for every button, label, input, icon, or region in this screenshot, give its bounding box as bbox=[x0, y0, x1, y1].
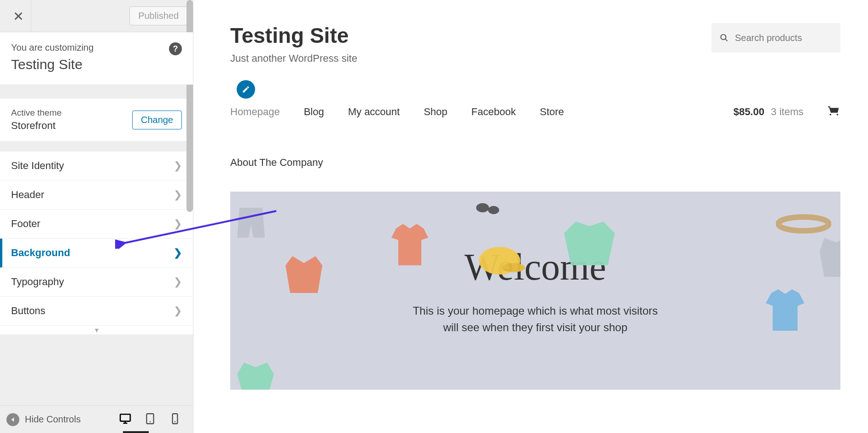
cap-icon bbox=[474, 242, 525, 281]
panel-list: Site Identity ❯ Header ❯ Footer ❯ Backgr… bbox=[0, 152, 193, 326]
primary-nav: Homepage Blog My account Shop Facebook S… bbox=[203, 99, 868, 138]
chevron-right-icon: ❯ bbox=[174, 276, 182, 288]
panel-more-indicator: ▾ bbox=[0, 326, 193, 335]
shorts-icon bbox=[235, 205, 267, 244]
jacket-icon bbox=[281, 252, 327, 299]
desktop-preview-button[interactable] bbox=[119, 413, 131, 427]
site-preview: Testing Site Just another WordPress site… bbox=[203, 0, 868, 433]
site-title[interactable]: Testing Site bbox=[230, 23, 357, 48]
tablet-icon bbox=[144, 413, 156, 425]
svg-rect-3 bbox=[120, 414, 130, 421]
cart-icon-button[interactable] bbox=[827, 104, 840, 120]
mobile-icon bbox=[169, 413, 181, 425]
site-header: Testing Site Just another WordPress site bbox=[203, 0, 868, 64]
hero-section: Welcome This is your homepage which is w… bbox=[230, 192, 840, 390]
chevron-right-icon: ❯ bbox=[174, 160, 182, 172]
hide-controls-label: Hide Controls bbox=[25, 414, 81, 425]
customizing-header: You are customizing Testing Site ? bbox=[0, 32, 193, 85]
nav-store[interactable]: Store bbox=[540, 106, 564, 118]
active-theme-name: Storefront bbox=[11, 120, 62, 132]
polo-icon bbox=[762, 288, 808, 336]
svg-line-11 bbox=[725, 39, 728, 41]
search-box[interactable] bbox=[711, 23, 840, 53]
chevron-right-icon: ❯ bbox=[174, 247, 182, 259]
svg-point-13 bbox=[488, 206, 499, 214]
panel-header[interactable]: Header ❯ bbox=[0, 181, 193, 210]
panel-background[interactable]: Background ❯ bbox=[0, 239, 193, 268]
tablet-preview-button[interactable] bbox=[144, 413, 156, 427]
svg-marker-2 bbox=[11, 417, 14, 422]
customizing-label: You are customizing bbox=[11, 42, 182, 53]
shirt-icon bbox=[235, 360, 276, 390]
active-theme-block: Active theme Storefront Change bbox=[0, 99, 193, 141]
device-preview-toggles bbox=[119, 413, 181, 427]
svg-point-17 bbox=[778, 217, 829, 231]
scrollbar[interactable] bbox=[186, 0, 193, 212]
nav-homepage[interactable]: Homepage bbox=[230, 106, 280, 118]
search-input[interactable] bbox=[735, 33, 832, 43]
collapse-icon bbox=[6, 413, 19, 426]
pencil-icon bbox=[242, 85, 250, 94]
search-icon bbox=[720, 33, 728, 43]
basket-icon bbox=[827, 104, 840, 117]
close-button[interactable] bbox=[6, 0, 31, 32]
chevron-right-icon: ❯ bbox=[174, 189, 182, 201]
panel-label: Typography bbox=[11, 276, 64, 288]
nav-facebook[interactable]: Facebook bbox=[472, 106, 516, 118]
sidebar-top-bar: Published bbox=[0, 0, 193, 32]
desktop-icon bbox=[119, 413, 131, 425]
nav-blog[interactable]: Blog bbox=[304, 106, 324, 118]
customizer-sidebar: Published You are customizing Testing Si… bbox=[0, 0, 193, 433]
active-theme-label: Active theme bbox=[11, 108, 62, 118]
help-icon[interactable]: ? bbox=[169, 42, 182, 55]
cart-total: $85.00 bbox=[734, 106, 764, 117]
hoodie-icon bbox=[817, 233, 840, 281]
hero-text: This is your homepage which is what most… bbox=[413, 303, 658, 336]
svg-marker-14 bbox=[237, 208, 265, 238]
panel-label: Site Identity bbox=[11, 160, 64, 172]
tshirt-icon bbox=[387, 224, 433, 272]
publish-button[interactable]: Published bbox=[129, 6, 187, 25]
edit-shortcut-button[interactable] bbox=[237, 80, 255, 99]
nav-shop[interactable]: Shop bbox=[424, 106, 447, 118]
chevron-right-icon: ❯ bbox=[174, 218, 182, 230]
nav-about[interactable]: About The Company bbox=[203, 138, 868, 192]
close-icon bbox=[13, 11, 23, 21]
sweater-icon bbox=[562, 219, 617, 272]
panel-label: Footer bbox=[11, 218, 41, 230]
cart-link[interactable]: $85.00 3 items bbox=[734, 106, 804, 118]
panel-site-identity[interactable]: Site Identity ❯ bbox=[0, 152, 193, 181]
nav-my-account[interactable]: My account bbox=[348, 106, 400, 118]
site-tagline: Just another WordPress site bbox=[230, 53, 357, 64]
sunglasses-icon bbox=[474, 196, 502, 221]
panel-footer[interactable]: Footer ❯ bbox=[0, 210, 193, 239]
panel-label: Header bbox=[11, 189, 44, 201]
svg-point-16 bbox=[502, 263, 525, 272]
sidebar-bottom-bar: Hide Controls bbox=[0, 405, 193, 433]
cart-item-count: 3 items bbox=[771, 106, 804, 117]
change-theme-button[interactable]: Change bbox=[132, 111, 182, 129]
panel-buttons[interactable]: Buttons ❯ bbox=[0, 297, 193, 326]
customizing-site-name: Testing Site bbox=[11, 57, 182, 72]
panel-label: Buttons bbox=[11, 305, 46, 317]
chevron-right-icon: ❯ bbox=[174, 305, 182, 317]
hide-controls-button[interactable]: Hide Controls bbox=[6, 413, 112, 426]
svg-point-10 bbox=[721, 35, 726, 40]
mobile-preview-button[interactable] bbox=[169, 413, 181, 427]
svg-point-12 bbox=[476, 203, 489, 212]
panel-typography[interactable]: Typography ❯ bbox=[0, 268, 193, 297]
panel-label: Background bbox=[11, 247, 70, 259]
